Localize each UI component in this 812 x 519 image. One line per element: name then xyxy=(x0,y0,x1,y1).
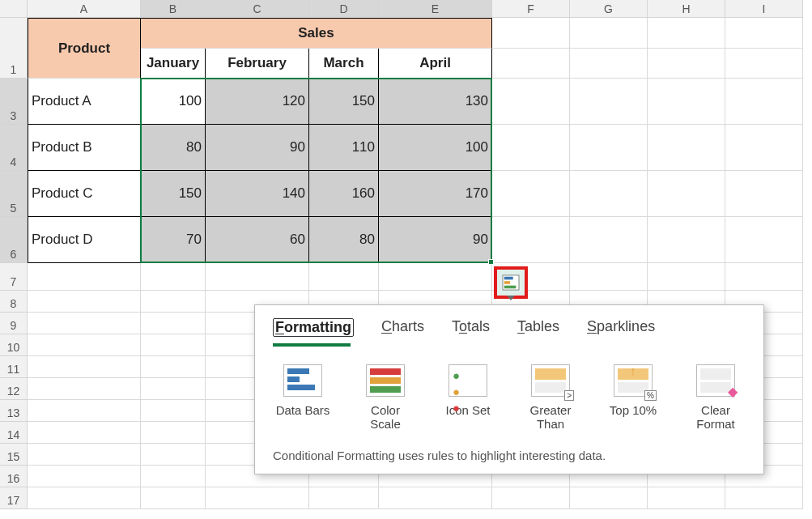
cell-D6[interactable]: 80 xyxy=(309,217,379,263)
col-header-C[interactable]: C xyxy=(206,0,309,18)
cell-H3[interactable] xyxy=(648,79,725,125)
cell-H1[interactable] xyxy=(648,18,725,49)
product-c[interactable]: Product C xyxy=(28,171,141,217)
cell-G7[interactable] xyxy=(570,263,648,291)
cell-B4[interactable]: 80 xyxy=(141,125,206,171)
cell-F2[interactable] xyxy=(492,49,570,79)
month-feb[interactable]: February xyxy=(206,49,309,79)
row-header-13[interactable]: 13 xyxy=(0,400,28,422)
option-label: Clear Format xyxy=(696,403,735,431)
select-all-corner[interactable] xyxy=(0,0,28,18)
top-10-icon: ↑ % xyxy=(614,364,653,397)
month-jan[interactable]: January xyxy=(141,49,206,79)
product-d[interactable]: Product D xyxy=(28,217,141,263)
cell-C7[interactable] xyxy=(206,263,309,291)
tab-charts[interactable]: Charts xyxy=(381,318,424,337)
row-header-3[interactable]: 3 xyxy=(0,79,28,125)
cell-H6[interactable] xyxy=(648,217,725,263)
row-header-6[interactable]: 6 xyxy=(0,217,28,263)
cell-E4[interactable]: 100 xyxy=(379,125,492,171)
col-header-B[interactable]: B xyxy=(141,0,206,18)
cell-I3[interactable] xyxy=(725,79,803,125)
row-header-9[interactable]: 9 xyxy=(0,313,28,334)
row-header-14[interactable]: 14 xyxy=(0,422,28,444)
cell-G5[interactable] xyxy=(570,171,648,217)
cell-D3[interactable]: 150 xyxy=(309,79,379,125)
cell-I1[interactable] xyxy=(725,18,803,49)
cell-F3[interactable] xyxy=(492,79,570,125)
cell-F1[interactable] xyxy=(492,18,570,49)
month-apr[interactable]: April xyxy=(379,49,492,79)
month-mar[interactable]: March xyxy=(309,49,379,79)
option-color-scale[interactable]: Color Scale xyxy=(355,364,415,431)
tab-totals[interactable]: Totals xyxy=(452,318,490,337)
cell-A7[interactable] xyxy=(28,263,141,291)
col-header-A[interactable]: A xyxy=(28,0,141,18)
cell-F6[interactable] xyxy=(492,217,570,263)
cell-C5[interactable]: 140 xyxy=(206,171,309,217)
option-greater-than[interactable]: > Greater Than xyxy=(521,364,580,431)
row-header-1-2[interactable]: 1 xyxy=(0,18,28,79)
cell-E5[interactable]: 170 xyxy=(379,171,492,217)
cell-B3[interactable]: 100 xyxy=(141,79,206,125)
col-header-I[interactable]: I xyxy=(725,0,803,18)
row-header-7[interactable]: 7 xyxy=(0,263,28,291)
cell-I2[interactable] xyxy=(725,49,803,79)
option-top-10[interactable]: ↑ % Top 10% xyxy=(603,364,663,431)
tab-formatting[interactable]: FFormattingormatting xyxy=(273,318,354,337)
cell-B5[interactable]: 150 xyxy=(141,171,206,217)
quick-analysis-button[interactable] xyxy=(494,266,528,299)
cell-G1[interactable] xyxy=(570,18,648,49)
cell-I4[interactable] xyxy=(725,125,803,171)
row-header-16[interactable]: 16 xyxy=(0,466,28,487)
row-header-12[interactable]: 12 xyxy=(0,378,28,400)
product-a[interactable]: Product A xyxy=(28,79,141,125)
cell-E6[interactable]: 90 xyxy=(379,217,492,263)
cell-I7[interactable] xyxy=(725,263,803,291)
cell-H5[interactable] xyxy=(648,171,725,217)
sales-header[interactable]: Sales xyxy=(141,18,492,49)
product-b[interactable]: Product B xyxy=(28,125,141,171)
cell-D7[interactable] xyxy=(309,263,379,291)
cell-C4[interactable]: 90 xyxy=(206,125,309,171)
cell-G2[interactable] xyxy=(570,49,648,79)
cell-F5[interactable] xyxy=(492,171,570,217)
cell-D5[interactable]: 160 xyxy=(309,171,379,217)
row-header-10[interactable]: 10 xyxy=(0,334,28,356)
tab-tables[interactable]: Tables xyxy=(517,318,559,337)
cell-I5[interactable] xyxy=(725,171,803,217)
tab-sparklines[interactable]: Sparklines xyxy=(587,318,655,337)
cell-I6[interactable] xyxy=(725,217,803,263)
col-header-F[interactable]: F xyxy=(492,0,570,18)
cell-E3[interactable]: 130 xyxy=(379,79,492,125)
col-header-D[interactable]: D xyxy=(309,0,379,18)
cell-G4[interactable] xyxy=(570,125,648,171)
cell-H2[interactable] xyxy=(648,49,725,79)
row-header-8[interactable]: 8 xyxy=(0,291,28,313)
row-header-5[interactable]: 5 xyxy=(0,171,28,217)
row-header-11[interactable]: 11 xyxy=(0,356,28,378)
option-icon-set[interactable]: ● ● ● Icon Set xyxy=(438,364,498,431)
cell-D4[interactable]: 110 xyxy=(309,125,379,171)
cell-H7[interactable] xyxy=(648,263,725,291)
row-header-4[interactable]: 4 xyxy=(0,125,28,171)
col-header-E[interactable]: E xyxy=(379,0,492,18)
cell-E7[interactable] xyxy=(379,263,492,291)
cell-C6[interactable]: 60 xyxy=(206,217,309,263)
cell-G3[interactable] xyxy=(570,79,648,125)
cell-C3[interactable]: 120 xyxy=(206,79,309,125)
svg-rect-1 xyxy=(504,277,513,280)
option-clear-format[interactable]: ◆ Clear Format xyxy=(686,364,746,431)
col-header-H[interactable]: H xyxy=(648,0,725,18)
cell-B6[interactable]: 70 xyxy=(141,217,206,263)
option-data-bars[interactable]: Data Bars xyxy=(273,364,333,431)
product-header[interactable]: Product xyxy=(28,18,141,79)
cell-G6[interactable] xyxy=(570,217,648,263)
row-header-17[interactable]: 17 xyxy=(0,487,28,509)
row-header-15[interactable]: 15 xyxy=(0,444,28,466)
cell-H4[interactable] xyxy=(648,125,725,171)
cell-F4[interactable] xyxy=(492,125,570,171)
col-header-G[interactable]: G xyxy=(570,0,648,18)
cell-B7[interactable] xyxy=(141,263,206,291)
svg-rect-3 xyxy=(504,286,517,289)
